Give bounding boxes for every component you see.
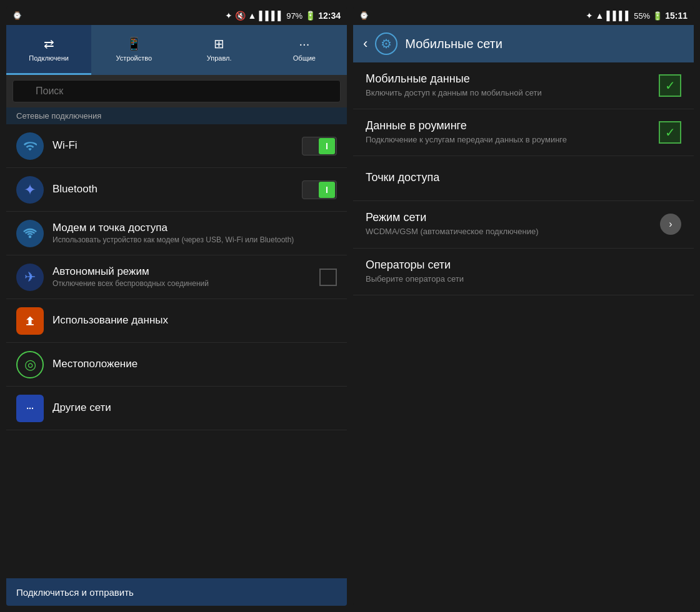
networkmode-content: Режим сети WCDMA/GSM (автоматическое под… <box>366 211 660 237</box>
right-settings-list: Мобильные данные Включить доступ к данны… <box>353 62 694 606</box>
modem-subtitle: Использовать устройство как модем (через… <box>52 235 337 245</box>
left-panel: ⌚ ✦ 🔇 ▲ ▌▌▌▌ 97% 🔋 12:34 ⇄ Подключени 📱 … <box>6 6 347 606</box>
wifi-content: Wi-Fi <box>52 139 302 153</box>
tabs-bar: ⇄ Подключени 📱 Устройство ⊞ Управл. ··· … <box>6 25 347 75</box>
list-item-location[interactable]: ◎ Местоположение <box>6 343 347 387</box>
list-item-modem[interactable]: Модем и точка доступа Использовать устро… <box>6 212 347 255</box>
right-battery-icon: 🔋 <box>652 11 662 21</box>
bottom-bar[interactable]: Подключиться и отправить <box>6 578 347 606</box>
general-tab-icon: ··· <box>299 37 310 51</box>
datausage-title: Использование данных <box>52 314 337 327</box>
tab-manage-label: Управл. <box>207 54 232 62</box>
status-bar-right: ✦ 🔇 ▲ ▌▌▌▌ 97% 🔋 12:34 <box>225 11 341 21</box>
airplane-content: Автономный режим Отключение всех беспров… <box>52 265 319 289</box>
location-icon: ◎ <box>16 351 44 378</box>
accesspoints-title: Точки доступа <box>366 171 681 184</box>
modem-icon <box>16 220 44 247</box>
wifi-title: Wi-Fi <box>52 139 302 152</box>
tab-device-label: Устройство <box>116 54 152 62</box>
roaming-content: Данные в роуминге Подключение к услугам … <box>366 119 659 146</box>
bluetooth-icon: ✦ <box>16 176 44 204</box>
right-signal-icon: ▌▌▌▌ <box>606 11 631 21</box>
right-bluetooth-icon: ✦ <box>586 11 593 21</box>
operators-content: Операторы сети Выберите оператора сети <box>366 259 681 285</box>
list-item-bluetooth[interactable]: ✦ Bluetooth I <box>6 168 347 212</box>
datausage-icon <box>16 307 44 335</box>
airplane-checkbox[interactable] <box>319 269 337 286</box>
right-item-mobiledata[interactable]: Мобильные данные Включить доступ к данны… <box>353 62 694 109</box>
location-content: Местоположение <box>52 358 337 372</box>
roaming-subtitle: Подключение к услугам передачи данных в … <box>366 134 659 146</box>
right-item-operators[interactable]: Операторы сети Выберите оператора сети <box>353 249 694 295</box>
battery-level: 97% <box>286 11 302 21</box>
othernets-title: Другие сети <box>52 402 337 414</box>
location-title: Местоположение <box>52 358 337 370</box>
left-status-bar: ⌚ ✦ 🔇 ▲ ▌▌▌▌ 97% 🔋 12:34 <box>6 6 347 25</box>
right-status-left: ⌚ <box>359 11 369 20</box>
search-input[interactable] <box>12 80 341 102</box>
list-item-airplane[interactable]: ✈ Автономный режим Отключение всех беспр… <box>6 255 347 299</box>
right-header: ‹ ⚙ Мобильные сети <box>353 25 694 62</box>
right-item-networkmode[interactable]: Режим сети WCDMA/GSM (автоматическое под… <box>353 201 694 248</box>
list-item-datausage[interactable]: Использование данных <box>6 299 347 343</box>
left-time: 12:34 <box>318 11 341 21</box>
gear-icon: ⚙ <box>375 32 398 55</box>
right-item-roaming[interactable]: Данные в роуминге Подключение к услугам … <box>353 109 694 156</box>
right-item-accesspoints[interactable]: Точки доступа <box>353 156 694 201</box>
tab-connections[interactable]: ⇄ Подключени <box>6 25 91 75</box>
mobiledata-title: Мобильные данные <box>366 72 659 86</box>
bluetooth-toggle-thumb: I <box>319 182 335 198</box>
right-panel: ⌚ ✦ ▲ ▌▌▌▌ 55% 🔋 15:11 ‹ ⚙ Мобильные сет… <box>353 6 694 606</box>
list-item-wifi[interactable]: Wi-Fi I <box>6 124 347 168</box>
main-container: ⌚ ✦ 🔇 ▲ ▌▌▌▌ 97% 🔋 12:34 ⇄ Подключени 📱 … <box>6 6 694 606</box>
right-time: 15:11 <box>665 11 688 21</box>
airplane-title: Автономный режим <box>52 265 319 278</box>
airplane-subtitle: Отключение всех беспроводных соединений <box>52 279 319 289</box>
back-button[interactable]: ‹ <box>363 36 368 52</box>
othernets-icon: ··· <box>16 395 44 422</box>
list-item-othernets[interactable]: ··· Другие сети <box>6 387 347 430</box>
status-bar-left: ⌚ <box>12 11 22 20</box>
wifi-icon <box>16 132 44 160</box>
operators-title: Операторы сети <box>366 259 681 272</box>
bottom-bar-label: Подключиться и отправить <box>16 587 134 598</box>
right-wifi-icon: ▲ <box>596 11 604 21</box>
search-wrapper: 🔍 <box>12 80 341 102</box>
watch-icon: ⌚ <box>12 11 22 20</box>
tab-device[interactable]: 📱 Устройство <box>91 25 176 75</box>
roaming-checkmark: ✓ <box>659 121 681 144</box>
search-bar: 🔍 <box>6 75 347 107</box>
tab-general-label: Общие <box>293 54 316 62</box>
signal-bars-icon: ▌▌▌▌ <box>259 11 284 21</box>
settings-list: Wi-Fi I ✦ Bluetooth I <box>6 124 347 578</box>
mute-icon: 🔇 <box>235 11 246 21</box>
tab-manage[interactable]: ⊞ Управл. <box>177 25 262 75</box>
mobiledata-subtitle: Включить доступ к данным по мобильной се… <box>366 87 659 99</box>
tab-general[interactable]: ··· Общие <box>262 25 347 75</box>
accesspoints-content: Точки доступа <box>366 171 681 186</box>
mobiledata-content: Мобильные данные Включить доступ к данны… <box>366 72 659 99</box>
wifi-toggle[interactable]: I <box>302 137 337 155</box>
manage-tab-icon: ⊞ <box>214 36 224 51</box>
section-header-label: Сетевые подключения <box>16 111 101 121</box>
datausage-content: Использование данных <box>52 314 337 328</box>
right-battery: 55% <box>634 11 650 21</box>
wifi-status-icon: ▲ <box>248 11 257 21</box>
networkmode-title: Режим сети <box>366 211 660 224</box>
right-watch-icon: ⌚ <box>359 11 369 20</box>
bluetooth-toggle[interactable]: I <box>302 180 337 199</box>
operators-subtitle: Выберите оператора сети <box>366 274 681 285</box>
modem-content: Модем и точка доступа Использовать устро… <box>52 222 337 245</box>
battery-icon: 🔋 <box>305 11 316 21</box>
othernets-content: Другие сети <box>52 402 337 415</box>
airplane-icon: ✈ <box>16 264 44 291</box>
right-status-bar: ⌚ ✦ ▲ ▌▌▌▌ 55% 🔋 15:11 <box>353 6 694 25</box>
section-header-networks: Сетевые подключения <box>6 107 347 124</box>
modem-title: Модем и точка доступа <box>52 222 337 234</box>
bluetooth-title: Bluetooth <box>52 183 302 195</box>
right-status-right: ✦ ▲ ▌▌▌▌ 55% 🔋 15:11 <box>586 11 688 21</box>
tab-connections-label: Подключени <box>29 54 69 62</box>
wifi-toggle-thumb: I <box>319 138 335 154</box>
mobiledata-checkmark: ✓ <box>659 74 681 97</box>
connections-tab-icon: ⇄ <box>44 36 54 51</box>
